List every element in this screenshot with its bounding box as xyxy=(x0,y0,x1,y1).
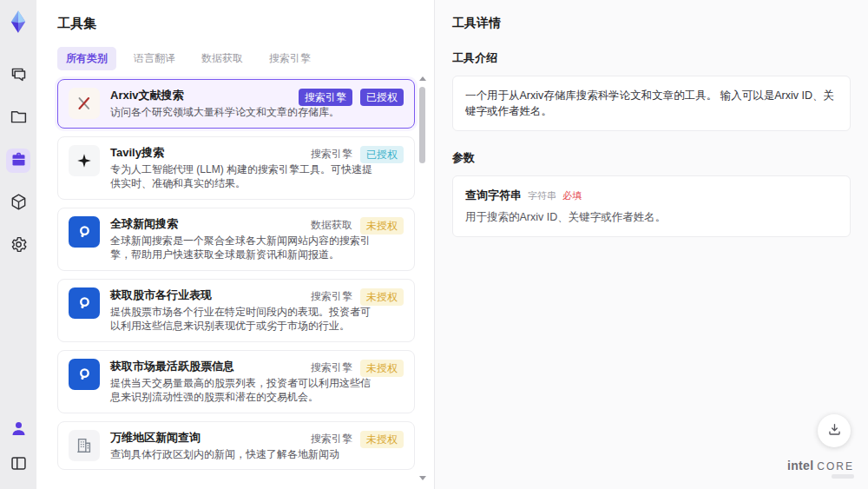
briefcase-icon xyxy=(10,150,28,172)
gear-icon xyxy=(10,235,28,257)
param-box: 查询字符串 字符串 必填 用于搜索的Arxiv ID、关键字或作者姓名。 xyxy=(452,175,851,237)
tool-card-tavily[interactable]: Tavily搜索 专为人工智能代理 (LLM) 构建的搜索引擎工具。可快速提供实… xyxy=(57,136,415,200)
tool-card-desc: 提供当天交易量最高的股票列表，投资者可以利用这些信息来识别流动性强的股票和潜在的… xyxy=(110,376,404,405)
tool-card-regional-news[interactable]: 万维地区新闻查询 查询具体行政区划内的新闻，快速了解各地新闻动 搜索引擎 未授权 xyxy=(57,421,415,471)
tool-card-desc: 专为人工智能代理 (LLM) 构建的搜索引擎工具。可快速提供实时、准确和真实的结… xyxy=(110,162,404,191)
tool-card-desc: 提供股票市场各个行业在特定时间段内的表现。投资者可以利用这些信息来识别表现优于或… xyxy=(110,305,404,334)
intel-sub-badge xyxy=(832,474,854,479)
tab-data-fetch[interactable]: 数据获取 xyxy=(193,47,252,70)
app-logo xyxy=(6,10,30,34)
category-label: 搜索引擎 xyxy=(311,360,352,375)
tab-search-engine[interactable]: 搜索引擎 xyxy=(260,47,319,70)
param-required-flag: 必填 xyxy=(562,189,582,202)
toolset-panel: 工具集 所有类别 语言翻译 数据获取 搜索引擎 Arxiv文献搜索 访问各个研究… xyxy=(36,0,434,489)
tool-detail-panel: 工具详情 工具介绍 一个用于从Arxiv存储库搜索科学论文和文章的工具。 输入可… xyxy=(434,0,868,489)
auth-status-badge: 已授权 xyxy=(360,89,404,106)
four-point-star-icon xyxy=(69,145,100,176)
tool-cards: Arxiv文献搜索 访问各个研究领域大量科学论文和文章的存储库。 搜索引擎 已授… xyxy=(57,79,415,470)
intel-core-logo: intel core xyxy=(787,459,854,479)
scrollbar-thumb[interactable] xyxy=(419,87,425,163)
tool-card-desc: 查询具体行政区划内的新闻，快速了解各地新闻动 xyxy=(110,447,404,462)
tool-card-desc: 全球新闻搜索是一个聚合全球各大新闻网站内容的搜索引擎，帮助用户快速获取全球最新资… xyxy=(110,234,404,262)
core-wordmark: core xyxy=(817,460,854,472)
collapse-panel-button[interactable] xyxy=(6,453,30,477)
tool-card-desc: 访问各个研究领域大量科学论文和文章的存储库。 xyxy=(110,105,404,120)
arxiv-logo-icon xyxy=(69,88,100,119)
auth-status-badge: 未授权 xyxy=(360,288,404,306)
rail-bottom xyxy=(6,418,30,477)
intro-heading: 工具介绍 xyxy=(452,50,851,66)
account-button[interactable] xyxy=(6,418,30,442)
category-tabs: 所有类别 语言翻译 数据获取 搜索引擎 xyxy=(57,47,434,70)
download-icon xyxy=(826,421,843,441)
params-heading: 参数 xyxy=(452,150,851,166)
user-icon xyxy=(10,420,28,441)
folder-icon xyxy=(10,108,28,129)
tool-card-active-stocks[interactable]: 获取市场最活跃股票信息 提供当天交易量最高的股票列表，投资者可以利用这些信息来识… xyxy=(57,350,415,413)
blue-search-logo-icon xyxy=(69,359,100,390)
tool-card-arxiv[interactable]: Arxiv文献搜索 访问各个研究领域大量科学论文和文章的存储库。 搜索引擎 已授… xyxy=(57,79,415,129)
category-label: 搜索引擎 xyxy=(311,289,352,304)
category-badge: 搜索引擎 xyxy=(299,89,352,106)
blue-search-logo-icon xyxy=(69,216,100,248)
scroll-up-arrow[interactable] xyxy=(419,76,426,81)
tool-card-global-news[interactable]: 全球新闻搜索 全球新闻搜索是一个聚合全球各大新闻网站内容的搜索引擎，帮助用户快速… xyxy=(57,208,415,271)
blue-search-logo-icon xyxy=(69,287,100,319)
auth-status-badge: 未授权 xyxy=(360,217,404,235)
cube-icon xyxy=(10,193,28,215)
param-desc: 用于搜索的Arxiv ID、关键字或作者姓名。 xyxy=(465,210,838,225)
settings-nav-button[interactable] xyxy=(6,234,30,258)
intro-text: 一个用于从Arxiv存储库搜索科学论文和文章的工具。 输入可以是Arxiv ID… xyxy=(465,88,838,119)
chat-nav-button[interactable] xyxy=(6,63,30,88)
intel-wordmark: intel xyxy=(787,459,813,472)
category-label: 搜索引擎 xyxy=(311,432,352,446)
category-label: 数据获取 xyxy=(311,218,352,233)
icon-rail xyxy=(0,0,36,489)
category-label: 搜索引擎 xyxy=(311,147,352,162)
scroll-down-arrow[interactable] xyxy=(419,476,426,480)
rail-nav xyxy=(6,63,30,258)
param-type: 字符串 xyxy=(528,189,556,202)
list-scrollbar[interactable] xyxy=(418,76,426,480)
chat-icon xyxy=(10,65,28,87)
intro-box: 一个用于从Arxiv存储库搜索科学论文和文章的工具。 输入可以是Arxiv ID… xyxy=(452,76,851,131)
tab-all-categories[interactable]: 所有类别 xyxy=(57,47,116,70)
tool-card-sector-performance[interactable]: 获取股市各行业表现 提供股票市场各个行业在特定时间段内的表现。投资者可以利用这些… xyxy=(57,279,415,342)
tab-language-translation[interactable]: 语言翻译 xyxy=(125,47,184,70)
toolset-title: 工具集 xyxy=(57,16,434,32)
download-button[interactable] xyxy=(818,414,851,447)
auth-status-badge: 未授权 xyxy=(360,360,404,377)
auth-status-badge: 未授权 xyxy=(360,431,404,448)
param-name: 查询字符串 xyxy=(465,188,522,203)
sidebar-toggle-icon xyxy=(10,454,28,476)
detail-title: 工具详情 xyxy=(452,16,851,31)
files-nav-button[interactable] xyxy=(6,106,30,130)
news-building-icon xyxy=(69,430,100,461)
packages-nav-button[interactable] xyxy=(6,191,30,215)
tools-nav-button[interactable] xyxy=(6,149,30,173)
auth-status-badge: 已授权 xyxy=(360,146,404,163)
